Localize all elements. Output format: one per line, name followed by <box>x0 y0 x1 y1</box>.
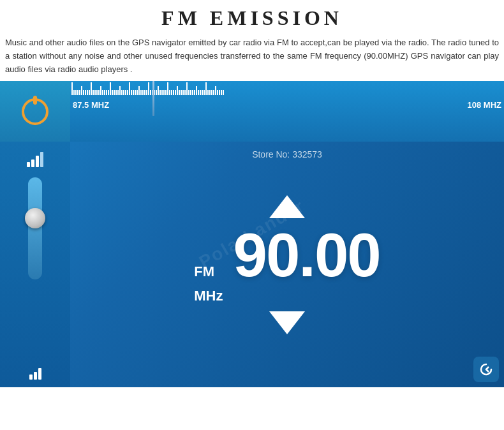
tick-mark <box>181 90 182 95</box>
tick-mark <box>198 90 199 95</box>
tick-mark <box>217 90 218 95</box>
tick-mark <box>112 90 113 95</box>
down-arrow-button[interactable] <box>269 311 305 334</box>
freq-label-left: 87.5 MHZ <box>73 100 109 110</box>
tick-mark <box>146 90 147 95</box>
tick-mark <box>171 90 172 95</box>
tick-mark <box>159 90 161 95</box>
volume-slider[interactable] <box>19 177 51 352</box>
tick-mark <box>142 90 144 95</box>
tick-mark <box>192 90 193 95</box>
signal-bar-4 <box>40 152 43 167</box>
tick-mark <box>87 90 88 95</box>
tick-mark <box>125 90 126 95</box>
tick-mark <box>219 90 220 95</box>
band-label-area: FM MHz <box>194 263 223 305</box>
tick-mark <box>137 90 138 95</box>
signal-bar-1 <box>27 162 30 167</box>
tick-mark <box>167 82 168 95</box>
signal-bar-2 <box>31 159 34 167</box>
signal-strength-top <box>27 149 43 167</box>
tick-mark <box>93 90 94 95</box>
tick-mark <box>163 90 165 95</box>
tick-mark <box>138 86 140 95</box>
tick-mark <box>144 90 145 95</box>
back-icon <box>478 362 494 377</box>
tick-mark <box>207 90 209 95</box>
band-label: FM <box>194 263 214 280</box>
radio-main: Store No: 332573 FM MHz 90.00 <box>0 142 504 387</box>
tick-mark <box>133 90 134 95</box>
power-icon[interactable] <box>22 98 48 125</box>
tick-mark <box>184 90 186 95</box>
tick-mark <box>215 86 216 95</box>
tick-mark <box>188 90 189 95</box>
tick-mark <box>194 90 195 95</box>
tick-mark <box>83 90 84 95</box>
tick-mark <box>89 90 90 95</box>
tick-mark <box>175 90 176 95</box>
tick-mark <box>114 90 115 95</box>
header-section: FM EMISSION Music and other audio files … <box>0 0 504 81</box>
scale-area: 87.5 MHZ 108 MHZ <box>70 81 504 142</box>
store-label: Store No: 332573 <box>252 149 322 159</box>
unit-label: MHz <box>194 288 223 304</box>
main-display: Store No: 332573 FM MHz 90.00 <box>70 142 504 387</box>
power-button-area[interactable] <box>0 81 70 142</box>
tick-mark <box>165 90 167 95</box>
tick-mark <box>77 90 78 95</box>
tick-mark <box>213 90 214 95</box>
tick-mark <box>123 90 124 95</box>
slider-track[interactable] <box>28 177 42 279</box>
frequency-needle <box>152 81 154 116</box>
tick-mark <box>173 90 174 95</box>
tick-mark <box>140 90 142 95</box>
tick-mark <box>81 86 82 95</box>
tick-mark <box>115 90 117 95</box>
tick-mark <box>186 82 188 95</box>
signal-bar-3 <box>36 156 39 167</box>
tick-marks-row <box>70 81 504 95</box>
page-title: FM EMISSION <box>5 6 499 30</box>
tick-mark <box>127 90 128 95</box>
tick-mark <box>190 90 191 95</box>
tick-mark <box>129 82 130 95</box>
tick-mark <box>196 86 197 95</box>
corner-icon[interactable] <box>473 357 499 382</box>
tick-mark <box>200 90 201 95</box>
tick-mark <box>98 90 100 95</box>
tick-mark <box>161 90 163 95</box>
tick-mark <box>148 82 149 95</box>
tick-mark <box>204 90 205 95</box>
tick-mark <box>102 90 103 95</box>
tick-mark <box>211 90 212 95</box>
freq-labels: 87.5 MHZ 108 MHZ <box>70 100 504 110</box>
frequency-display: FM MHz 90.00 <box>194 225 380 305</box>
tick-mark <box>117 90 119 95</box>
tick-mark <box>205 82 207 95</box>
tick-mark <box>121 90 122 95</box>
tick-mark <box>209 90 211 95</box>
tick-mark <box>73 90 75 95</box>
tick-mark <box>110 82 111 95</box>
slider-thumb[interactable] <box>25 208 45 228</box>
signal-bar-b2 <box>34 372 37 380</box>
tick-mark <box>119 86 121 95</box>
tick-mark <box>135 90 136 95</box>
up-arrow-button[interactable] <box>269 195 305 218</box>
signal-bar-b1 <box>29 374 33 380</box>
tick-mark <box>179 90 180 95</box>
signal-bar-b3 <box>38 368 41 380</box>
tick-mark <box>106 90 107 95</box>
tick-mark <box>177 86 178 95</box>
tick-mark <box>202 90 203 95</box>
tick-mark <box>96 90 98 95</box>
tick-mark <box>91 82 92 95</box>
tick-mark <box>158 86 159 95</box>
tick-mark <box>85 90 86 95</box>
tick-mark <box>94 90 96 95</box>
tick-mark <box>108 90 109 95</box>
sidebar-controls <box>0 142 70 387</box>
tick-mark <box>169 90 170 95</box>
tick-mark <box>221 90 222 95</box>
